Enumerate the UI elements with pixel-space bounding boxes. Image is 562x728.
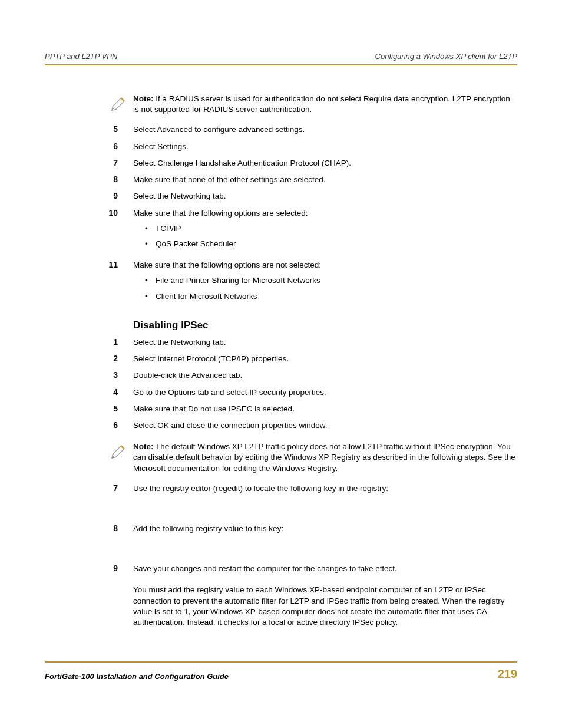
step-body: Select the Networking tab. bbox=[133, 337, 517, 348]
step-item: 9Select the Networking tab. bbox=[105, 191, 517, 202]
header-right: Configuring a Windows XP client for L2TP bbox=[375, 52, 517, 61]
step-body: Make sure that none of the other setting… bbox=[133, 174, 517, 185]
note-body: The default Windows XP L2TP traffic poli… bbox=[133, 442, 515, 472]
step-text: Select the Networking tab. bbox=[133, 338, 226, 347]
sublist-item: QoS Packet Scheduler bbox=[133, 239, 517, 249]
step-item: 3Double-click the Advanced tab. bbox=[105, 370, 517, 381]
note-text: Note: The default Windows XP L2TP traffi… bbox=[133, 442, 517, 474]
step-number: 3 bbox=[105, 370, 133, 380]
step-item: 11Make sure that the following options a… bbox=[105, 260, 517, 307]
step-text: Make sure that the following options are… bbox=[133, 209, 308, 218]
step-body: Select Internet Protocol (TCP/IP) proper… bbox=[133, 354, 517, 364]
step-body: Make sure that the following options are… bbox=[133, 260, 517, 307]
step-body: Make sure that the following options are… bbox=[133, 208, 517, 255]
step-sublist: TCP/IPQoS Packet Scheduler bbox=[133, 223, 517, 249]
step-item: 7Select Challenge Handshake Authenticati… bbox=[105, 158, 517, 169]
step-body: Select Advanced to configure advanced se… bbox=[133, 124, 517, 135]
step-sublist: File and Printer Sharing for Microsoft N… bbox=[133, 275, 517, 301]
step-text: Select Challenge Handshake Authenticatio… bbox=[133, 159, 351, 167]
step-item: 9Save your changes and restart the compu… bbox=[105, 564, 517, 574]
main-content: Note: If a RADIUS server is used for aut… bbox=[45, 94, 517, 628]
step-body: Make sure that Do not use IPSEC is selec… bbox=[133, 404, 517, 414]
sublist-item: Client for Microsoft Networks bbox=[133, 291, 517, 302]
step-number: 5 bbox=[105, 404, 133, 413]
step-item: 8Add the following registry value to thi… bbox=[105, 523, 517, 534]
step-number: 9 bbox=[105, 191, 133, 200]
footer-title: FortiGate-100 Installation and Configura… bbox=[45, 672, 229, 681]
step-item: 7Use the registry editor (regedit) to lo… bbox=[105, 483, 517, 494]
step-text: Select Settings. bbox=[133, 142, 189, 151]
step-text: Make sure that Do not use IPSEC is selec… bbox=[133, 404, 295, 413]
step-text: Add the following registry value to this… bbox=[133, 524, 283, 533]
step-number: 8 bbox=[105, 523, 133, 533]
step-text: Select Advanced to configure advanced se… bbox=[133, 125, 305, 134]
page-footer: FortiGate-100 Installation and Configura… bbox=[45, 661, 517, 681]
step-number: 11 bbox=[105, 260, 133, 269]
step-body: Save your changes and restart the comput… bbox=[133, 564, 517, 574]
step-body: Double-click the Advanced tab. bbox=[133, 370, 517, 381]
note-block: Note: If a RADIUS server is used for aut… bbox=[105, 94, 517, 115]
step-item: 6Select OK and close the connection prop… bbox=[105, 420, 517, 431]
note-body: If a RADIUS server is used for authentic… bbox=[133, 94, 510, 114]
page-number: 219 bbox=[498, 667, 517, 681]
step-item: 2Select Internet Protocol (TCP/IP) prope… bbox=[105, 354, 517, 364]
step-body: Select the Networking tab. bbox=[133, 191, 517, 202]
step-number: 6 bbox=[105, 141, 133, 151]
step-body: Select Challenge Handshake Authenticatio… bbox=[133, 158, 517, 169]
steps-list-c: 7Use the registry editor (regedit) to lo… bbox=[133, 483, 517, 575]
step-body: Go to the Options tab and select IP secu… bbox=[133, 387, 517, 398]
step-number: 7 bbox=[105, 158, 133, 167]
step-text: Save your changes and restart the comput… bbox=[133, 564, 397, 573]
step-text: Make sure that none of the other setting… bbox=[133, 175, 325, 184]
note-pencil-icon bbox=[105, 442, 133, 459]
step-item: 5Make sure that Do not use IPSEC is sele… bbox=[105, 404, 517, 414]
step-body: Select OK and close the connection prope… bbox=[133, 420, 517, 431]
step-number: 2 bbox=[105, 354, 133, 363]
step-text: Select Internet Protocol (TCP/IP) proper… bbox=[133, 354, 289, 363]
note-text: Note: If a RADIUS server is used for aut… bbox=[133, 94, 517, 115]
step-text: Double-click the Advanced tab. bbox=[133, 371, 242, 380]
sublist-item: File and Printer Sharing for Microsoft N… bbox=[133, 275, 517, 286]
page-header: PPTP and L2TP VPN Configuring a Windows … bbox=[45, 52, 517, 65]
note-label: Note: bbox=[133, 94, 154, 103]
step-text: Use the registry editor (regedit) to loc… bbox=[133, 484, 388, 493]
step-item: 8Make sure that none of the other settin… bbox=[105, 174, 517, 185]
step-body: Add the following registry value to this… bbox=[133, 523, 517, 534]
note-pencil-icon bbox=[105, 94, 133, 111]
step-item: 10Make sure that the following options a… bbox=[105, 208, 517, 255]
step-number: 10 bbox=[105, 208, 133, 218]
step-body: Select Settings. bbox=[133, 141, 517, 152]
sublist-item: TCP/IP bbox=[133, 223, 517, 234]
step-number: 7 bbox=[105, 483, 133, 493]
step-item: 5Select Advanced to configure advanced s… bbox=[105, 124, 517, 135]
step-text: Make sure that the following options are… bbox=[133, 261, 321, 269]
steps-list-a: 5Select Advanced to configure advanced s… bbox=[133, 124, 517, 306]
step-number: 6 bbox=[105, 420, 133, 430]
note-label: Note: bbox=[133, 442, 154, 451]
step-number: 9 bbox=[105, 564, 133, 573]
closing-paragraph: You must add the registry value to each … bbox=[105, 585, 517, 628]
section-heading: Disabling IPSec bbox=[133, 319, 517, 331]
steps-list-b: 1Select the Networking tab.2Select Inter… bbox=[133, 337, 517, 431]
step-item: 6Select Settings. bbox=[105, 141, 517, 152]
note-block: Note: The default Windows XP L2TP traffi… bbox=[105, 442, 517, 474]
step-text: Select the Networking tab. bbox=[133, 192, 226, 200]
step-item: 1Select the Networking tab. bbox=[105, 337, 517, 348]
step-number: 5 bbox=[105, 124, 133, 134]
step-number: 1 bbox=[105, 337, 133, 347]
step-number: 4 bbox=[105, 387, 133, 397]
step-number: 8 bbox=[105, 174, 133, 184]
step-body: Use the registry editor (regedit) to loc… bbox=[133, 483, 517, 494]
step-item: 4Go to the Options tab and select IP sec… bbox=[105, 387, 517, 398]
step-text: Go to the Options tab and select IP secu… bbox=[133, 388, 326, 397]
spacer bbox=[133, 500, 517, 523]
spacer bbox=[133, 540, 517, 564]
step-text: Select OK and close the connection prope… bbox=[133, 421, 327, 430]
header-left: PPTP and L2TP VPN bbox=[45, 52, 117, 61]
